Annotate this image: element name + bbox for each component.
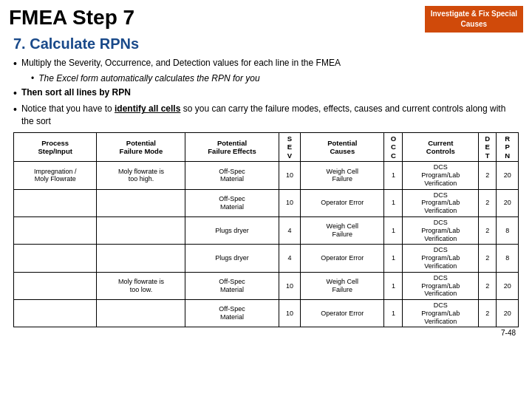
badge: Investigate & Fix Special Causes xyxy=(425,6,523,33)
table-row: Impregnation /Moly FlowrateMoly flowrate… xyxy=(14,162,519,189)
cell-r2-c1 xyxy=(97,216,185,244)
col-header-occ: OCC xyxy=(384,132,403,161)
cell-r1-c1 xyxy=(97,189,185,216)
bullet-dot-2: • xyxy=(13,86,17,100)
cell-r4-c4: Weigh CellFailure xyxy=(301,272,384,299)
cell-r4-c5: 1 xyxy=(384,272,403,299)
cell-r3-c1 xyxy=(97,245,185,272)
page-number: 7-48 xyxy=(13,327,519,337)
col-header-failure-effects: PotentialFailure Effects xyxy=(185,132,279,161)
table-row: Off-SpecMaterial10Operator Error1DCSProg… xyxy=(14,189,519,216)
col-header-sev: SEV xyxy=(279,132,301,161)
cell-r4-c1: Moly flowrate istoo low. xyxy=(97,272,185,299)
cell-r4-c8: 20 xyxy=(497,272,519,299)
bullet-3: • Notice that you have to identify all c… xyxy=(13,103,519,128)
cell-r3-c6: DCSProgram/LabVerification xyxy=(403,245,479,272)
cell-r1-c7: 2 xyxy=(479,189,497,216)
cell-r1-c5: 1 xyxy=(384,189,403,216)
cell-r5-c4: Operator Error xyxy=(301,300,384,327)
cell-r3-c4: Operator Error xyxy=(301,245,384,272)
sub-bullet-text-1: The Excel form automatically calculates … xyxy=(38,73,259,83)
cell-r0-c4: Weigh CellFailure xyxy=(301,162,384,189)
fmea-table: ProcessStep/Input PotentialFailure Mode … xyxy=(13,132,519,328)
cell-r2-c2: Plugs dryer xyxy=(185,216,279,244)
col-header-rpn: RPN xyxy=(497,132,519,161)
cell-r0-c7: 2 xyxy=(479,162,497,189)
bullet-text-3: Notice that you have to identify all cel… xyxy=(21,103,519,128)
bullet-dot-3: • xyxy=(13,103,17,116)
col-header-controls: CurrentControls xyxy=(403,132,479,161)
cell-r1-c8: 20 xyxy=(497,189,519,216)
cell-r0-c3: 10 xyxy=(279,162,301,189)
col-header-det: DET xyxy=(479,132,497,161)
cell-r5-c5: 1 xyxy=(384,300,403,327)
cell-r0-c0: Impregnation /Moly Flowrate xyxy=(14,162,97,189)
cell-r1-c3: 10 xyxy=(279,189,301,216)
sub-bullet-dot-1: • xyxy=(31,73,34,83)
cell-r3-c7: 2 xyxy=(479,245,497,272)
cell-r0-c2: Off-SpecMaterial xyxy=(185,162,279,189)
cell-r1-c0 xyxy=(14,189,97,216)
cell-r5-c7: 2 xyxy=(479,300,497,327)
cell-r3-c0 xyxy=(14,245,97,272)
cell-r0-c1: Moly flowrate istoo high. xyxy=(97,162,185,189)
cell-r5-c0 xyxy=(14,300,97,327)
cell-r0-c8: 20 xyxy=(497,162,519,189)
cell-r5-c3: 10 xyxy=(279,300,301,327)
cell-r2-c3: 4 xyxy=(279,216,301,244)
bullet-dot-1: • xyxy=(13,57,17,70)
table-row: Plugs dryer4Operator Error1DCSProgram/La… xyxy=(14,245,519,272)
cell-r5-c8: 20 xyxy=(497,300,519,327)
cell-r5-c1 xyxy=(97,300,185,327)
cell-r2-c7: 2 xyxy=(479,216,497,244)
cell-r3-c8: 8 xyxy=(497,245,519,272)
col-header-process: ProcessStep/Input xyxy=(14,132,97,161)
col-header-failure-mode: PotentialFailure Mode xyxy=(97,132,185,161)
bullet-text-2: Then sort all lines by RPN xyxy=(21,86,131,99)
cell-r1-c4: Operator Error xyxy=(301,189,384,216)
cell-r3-c5: 1 xyxy=(384,245,403,272)
cell-r4-c6: DCSProgram/LabVerification xyxy=(403,272,479,299)
highlight-identify: identify all cells xyxy=(115,103,180,114)
cell-r0-c6: DCSProgram/LabVerification xyxy=(403,162,479,189)
cell-r2-c0 xyxy=(14,216,97,244)
page-title: FMEA Step 7 xyxy=(9,6,134,30)
cell-r4-c2: Off-SpecMaterial xyxy=(185,272,279,299)
cell-r5-c6: DCSProgram/LabVerification xyxy=(403,300,479,327)
cell-r2-c5: 1 xyxy=(384,216,403,244)
bullet-1: • Multiply the Severity, Occurrence, and… xyxy=(13,57,519,70)
table-row: Plugs dryer4Weigh CellFailure1DCSProgram… xyxy=(14,216,519,244)
cell-r0-c5: 1 xyxy=(384,162,403,189)
cell-r3-c2: Plugs dryer xyxy=(185,245,279,272)
cell-r4-c0 xyxy=(14,272,97,299)
section-subtitle: 7. Calculate RPNs xyxy=(13,35,519,52)
cell-r1-c2: Off-SpecMaterial xyxy=(185,189,279,216)
cell-r4-c7: 2 xyxy=(479,272,497,299)
cell-r3-c3: 4 xyxy=(279,245,301,272)
cell-r5-c2: Off-SpecMaterial xyxy=(185,300,279,327)
cell-r4-c3: 10 xyxy=(279,272,301,299)
bullet-text-1: Multiply the Severity, Occurrence, and D… xyxy=(21,57,341,69)
cell-r2-c4: Weigh CellFailure xyxy=(301,216,384,244)
cell-r1-c6: DCSProgram/LabVerification xyxy=(403,189,479,216)
table-row: Off-SpecMaterial10Operator Error1DCSProg… xyxy=(14,300,519,327)
cell-r2-c6: DCSProgram/LabVerification xyxy=(403,216,479,244)
bullet-2: • Then sort all lines by RPN xyxy=(13,86,519,100)
table-row: Moly flowrate istoo low.Off-SpecMaterial… xyxy=(14,272,519,299)
sub-bullet-1: • The Excel form automatically calculate… xyxy=(31,73,519,83)
cell-r2-c8: 8 xyxy=(497,216,519,244)
col-header-causes: PotentialCauses xyxy=(301,132,384,161)
